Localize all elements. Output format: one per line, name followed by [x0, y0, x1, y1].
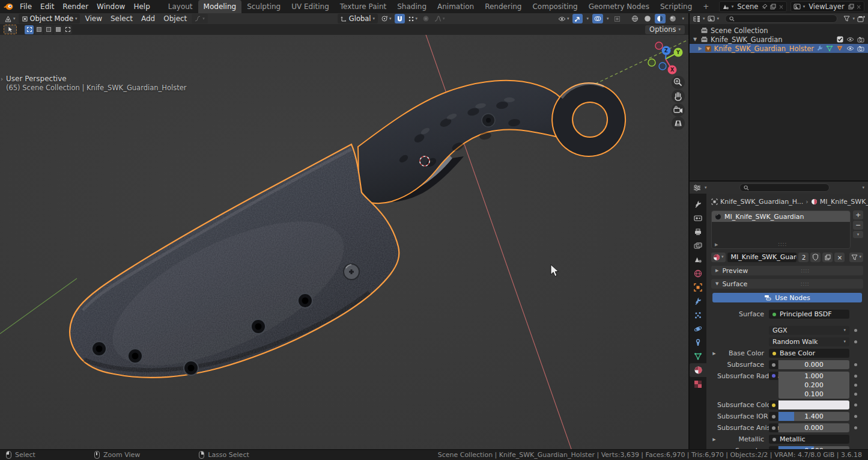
- viewport-scene[interactable]: X Y Z: [0, 35, 688, 449]
- copy-icon[interactable]: [848, 4, 854, 10]
- gizmo-axis-neg-z[interactable]: [659, 63, 666, 70]
- shading-dropdown[interactable]: ▾: [680, 14, 686, 23]
- new-material-copy-button[interactable]: [822, 253, 833, 262]
- decorator-dot[interactable]: [849, 363, 861, 366]
- expand-icon[interactable]: ▶: [711, 351, 717, 356]
- select-mode-intersect[interactable]: [63, 25, 72, 34]
- tab-modifiers[interactable]: [690, 294, 706, 308]
- gizmo-axis-neg-x[interactable]: [655, 42, 663, 49]
- select-mode-subtract[interactable]: [44, 25, 53, 34]
- decorator-dot[interactable]: [849, 426, 861, 429]
- add-workspace-button[interactable]: +: [697, 0, 714, 13]
- preview-panel-header[interactable]: ▶ Preview ::::: [711, 266, 863, 275]
- tab-physics[interactable]: [690, 322, 706, 336]
- properties-editor-icon[interactable]: [693, 185, 701, 191]
- decorator-dot[interactable]: [849, 340, 861, 343]
- outliner-row-collection[interactable]: ▼ Knife_SWK_Guardian: [690, 35, 868, 44]
- camera-view-button[interactable]: [672, 103, 685, 117]
- menu-window[interactable]: Window: [93, 0, 129, 13]
- eye-icon[interactable]: [846, 37, 854, 42]
- gizmos-toggle[interactable]: [572, 14, 583, 23]
- shading-rendered-button[interactable]: [667, 14, 678, 23]
- perspective-toggle-button[interactable]: [672, 117, 685, 130]
- menu-render[interactable]: Render: [58, 0, 93, 13]
- toolbar-expand-arrow[interactable]: ›: [1, 76, 3, 82]
- properties-search-input[interactable]: [739, 183, 830, 192]
- outliner-filter-type-icon[interactable]: [708, 16, 715, 22]
- chevron-down-icon[interactable]: ▾: [862, 186, 864, 190]
- distribution-dropdown[interactable]: GGX▾: [769, 326, 849, 335]
- subsurface-value-field[interactable]: 0.000: [778, 360, 849, 369]
- menu-help[interactable]: Help: [129, 0, 154, 13]
- tab-tool[interactable]: [690, 197, 706, 211]
- menu-select[interactable]: Select: [107, 13, 136, 24]
- checkbox-checked-icon[interactable]: [837, 36, 843, 43]
- tab-modeling[interactable]: Modeling: [198, 0, 242, 13]
- select-mode-invert[interactable]: [53, 25, 62, 34]
- editor-type-button[interactable]: ▾: [2, 14, 17, 23]
- material-specials-dropdown[interactable]: ▾: [849, 253, 863, 262]
- material-slot-active[interactable]: MI_Knife_SWK_Guardian: [712, 211, 850, 222]
- material-name-field[interactable]: MI_Knife_SWK_Guardian: [727, 253, 797, 262]
- radius-z-field[interactable]: 0.100: [778, 390, 849, 399]
- decorator-dot[interactable]: [849, 403, 861, 406]
- subsurface-method-dropdown[interactable]: Random Walk▾: [769, 337, 849, 346]
- gizmo-axis-neg-y[interactable]: [648, 59, 655, 66]
- menu-edit[interactable]: Edit: [36, 0, 58, 13]
- tab-texture-paint[interactable]: Texture Paint: [335, 0, 392, 13]
- disclosure-closed-icon[interactable]: ▶: [698, 46, 702, 51]
- tab-uv-editing[interactable]: UV Editing: [286, 0, 335, 13]
- chevron-down-icon[interactable]: ▾: [852, 17, 855, 21]
- outliner-editor-icon[interactable]: [693, 16, 700, 22]
- select-mode-set[interactable]: [25, 25, 34, 34]
- options-dropdown[interactable]: Options ▾: [645, 25, 685, 34]
- decorator-dot[interactable]: [849, 415, 861, 418]
- browse-material-dropdown[interactable]: ▾: [711, 253, 726, 262]
- proportional-falloff-dropdown[interactable]: ▾: [432, 14, 447, 23]
- mode-transfer-dropdown[interactable]: ▾: [192, 14, 208, 23]
- fake-user-shield-button[interactable]: [810, 253, 821, 262]
- tab-world[interactable]: [690, 266, 706, 280]
- blender-logo-icon[interactable]: [0, 3, 16, 10]
- breadcrumb-material[interactable]: MI_Knife_SWK_Guar...: [820, 198, 868, 206]
- panel-grip[interactable]: ::::: [801, 268, 810, 274]
- tab-render[interactable]: [690, 211, 706, 225]
- radius-y-field[interactable]: 0.200: [778, 381, 849, 390]
- decorator-dot[interactable]: [849, 393, 861, 396]
- radius-x-field[interactable]: 1.000: [778, 372, 849, 381]
- tab-texture[interactable]: [690, 377, 706, 391]
- menu-file[interactable]: File: [16, 0, 36, 13]
- show-gizmo-visibility-dropdown[interactable]: ▾: [556, 14, 571, 23]
- tab-layout[interactable]: Layout: [163, 0, 198, 13]
- tab-sculpting[interactable]: Sculpting: [241, 0, 286, 13]
- tab-output[interactable]: [690, 225, 706, 239]
- shading-solid-button[interactable]: [642, 14, 653, 23]
- active-tool-select-box[interactable]: [4, 25, 17, 34]
- menu-view[interactable]: View: [81, 13, 105, 24]
- chevron-down-icon[interactable]: ▾: [717, 17, 720, 21]
- breadcrumb-object[interactable]: Knife_SWK_Guardian_H...: [720, 198, 803, 206]
- add-slot-button[interactable]: +: [853, 210, 863, 219]
- surface-shader-field[interactable]: Principled BSDF: [769, 310, 849, 319]
- subsurface-ior-slider[interactable]: 1.400: [778, 412, 849, 421]
- base-color-field[interactable]: Base Color: [769, 349, 849, 358]
- pin-icon[interactable]: [762, 4, 768, 10]
- disclosure-icon[interactable]: ▶: [715, 242, 718, 247]
- subsurface-anisotropy-field[interactable]: 0.000: [778, 423, 849, 432]
- decorator-dot[interactable]: [849, 384, 861, 387]
- decorator-dot[interactable]: [849, 375, 861, 378]
- snap-toggle[interactable]: [395, 14, 405, 23]
- snap-settings-dropdown[interactable]: ▾: [406, 14, 420, 23]
- viewlayer-selector[interactable]: ▾ ViewLayer ×: [791, 1, 864, 12]
- overlays-toggle[interactable]: [592, 14, 603, 23]
- use-nodes-button[interactable]: Use Nodes: [712, 293, 862, 302]
- expand-icon[interactable]: ▶: [711, 437, 717, 442]
- metallic-field[interactable]: Metallic: [769, 435, 849, 444]
- pivot-point-dropdown[interactable]: ▾: [379, 14, 393, 23]
- outliner-search-input[interactable]: [725, 14, 837, 23]
- scene-selector[interactable]: ▾ Scene ×: [719, 1, 787, 12]
- decorator-dot[interactable]: [849, 329, 861, 332]
- menu-add[interactable]: Add: [138, 13, 159, 24]
- unlink-button[interactable]: ×: [834, 253, 845, 262]
- pan-hand-button[interactable]: [672, 90, 685, 103]
